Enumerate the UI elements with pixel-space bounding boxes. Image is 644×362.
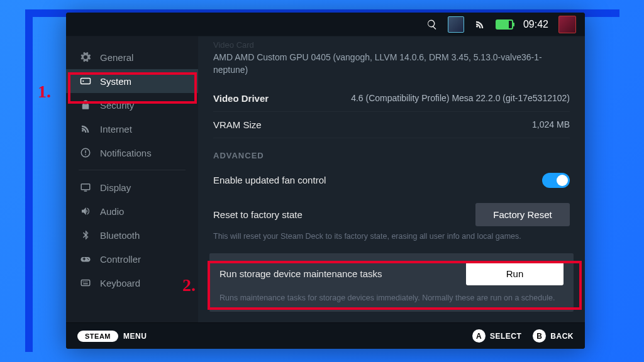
- display-icon: [80, 182, 91, 193]
- sidebar-item-controller[interactable]: Controller: [66, 247, 198, 271]
- lock-icon: [80, 99, 91, 111]
- sidebar-item-label: Internet: [100, 124, 132, 134]
- sidebar-item-security[interactable]: Security: [66, 93, 198, 117]
- svg-rect-8: [83, 282, 84, 283]
- sidebar-item-label: Keyboard: [100, 278, 140, 288]
- bluetooth-icon: [80, 229, 91, 241]
- fan-control-label: Enable updated fan control: [213, 175, 326, 185]
- back-label: BACK: [550, 332, 574, 341]
- sidebar-item-general[interactable]: General: [66, 45, 198, 69]
- svg-rect-10: [87, 282, 88, 283]
- sidebar-item-display[interactable]: Display: [66, 175, 198, 199]
- svg-rect-5: [81, 184, 90, 190]
- vram-label: VRAM Size: [213, 119, 262, 130]
- b-button-icon: B: [533, 329, 546, 343]
- svg-rect-6: [84, 190, 87, 192]
- sidebar-item-system[interactable]: System: [66, 69, 198, 93]
- svg-rect-7: [81, 280, 90, 286]
- friends-avatar[interactable]: [448, 16, 464, 33]
- sidebar-item-bluetooth[interactable]: Bluetooth: [66, 223, 198, 247]
- factory-reset-button[interactable]: Factory Reset: [475, 203, 570, 226]
- annotation-step1-number: 1.: [38, 82, 51, 102]
- wifi-icon: [80, 123, 91, 134]
- status-bar: 09:42: [66, 13, 585, 36]
- settings-sidebar: General System Security Internet Notific…: [66, 36, 198, 322]
- a-button-icon: A: [472, 329, 486, 343]
- sidebar-item-internet[interactable]: Internet: [66, 117, 198, 141]
- gear-icon: [80, 52, 91, 63]
- svg-rect-11: [83, 283, 88, 285]
- settings-window: 09:42 General System Security Internet: [66, 13, 585, 349]
- select-hint: A SELECT: [472, 329, 521, 343]
- steam-menu-hint[interactable]: STEAM MENU: [77, 331, 147, 342]
- cast-icon[interactable]: [474, 19, 486, 30]
- vram-value: 1,024 MB: [532, 119, 570, 129]
- sidebar-item-keyboard[interactable]: Keyboard: [66, 271, 198, 295]
- steam-pill: STEAM: [77, 331, 118, 342]
- vram-row: VRAM Size 1,024 MB: [213, 112, 570, 138]
- bottom-bar: STEAM MENU A SELECT B BACK: [66, 322, 585, 349]
- svg-point-1: [82, 80, 84, 82]
- sidebar-item-notifications[interactable]: Notifications: [66, 141, 198, 165]
- bell-icon: [80, 147, 91, 158]
- advanced-section-title: ADVANCED: [213, 138, 570, 165]
- search-icon[interactable]: [426, 19, 438, 30]
- maintenance-desc: Runs maintenance tasks for storage devic…: [219, 290, 564, 304]
- svg-rect-3: [85, 150, 86, 153]
- fan-control-toggle[interactable]: [542, 173, 570, 188]
- sidebar-item-label: System: [100, 76, 131, 87]
- sidebar-item-label: Controller: [100, 254, 141, 265]
- keyboard-icon: [80, 277, 91, 288]
- video-driver-value: 4.6 (Compatibility Profile) Mesa 22.2.0 …: [351, 93, 570, 103]
- controller-icon: [80, 253, 91, 265]
- video-driver-row: Video Driver 4.6 (Compatibility Profile)…: [213, 85, 570, 112]
- svg-rect-0: [81, 79, 91, 84]
- clock: 09:42: [523, 19, 548, 30]
- video-driver-label: Video Driver: [213, 93, 269, 104]
- user-avatar[interactable]: [558, 16, 576, 33]
- maintenance-run-button[interactable]: Run: [466, 262, 564, 285]
- back-hint: B BACK: [533, 329, 574, 343]
- sidebar-item-label: Notifications: [100, 148, 152, 158]
- sidebar-divider: [79, 170, 186, 170]
- system-icon: [80, 75, 91, 87]
- audio-icon: [80, 206, 91, 217]
- battery-indicator: [496, 19, 513, 30]
- maintenance-panel: Run storage device maintenance tasks Run…: [209, 253, 574, 312]
- sidebar-item-label: Audio: [100, 206, 124, 217]
- sidebar-item-label: Bluetooth: [100, 230, 140, 241]
- factory-reset-row: Reset to factory state Factory Reset: [213, 195, 570, 229]
- menu-label: MENU: [123, 332, 147, 341]
- sidebar-item-label: General: [100, 52, 133, 63]
- maintenance-label: Run storage device maintenance tasks: [219, 268, 382, 279]
- svg-rect-9: [85, 282, 86, 283]
- settings-content: Video Card AMD AMD Custom GPU 0405 (vang…: [198, 36, 585, 322]
- sidebar-item-audio[interactable]: Audio: [66, 199, 198, 223]
- sidebar-item-label: Display: [100, 182, 131, 193]
- video-card-value: AMD AMD Custom GPU 0405 (vangogh, LLVM 1…: [213, 51, 570, 77]
- select-label: SELECT: [490, 332, 521, 341]
- factory-reset-desc: This will reset your Steam Deck to its f…: [213, 229, 570, 251]
- factory-reset-label: Reset to factory state: [213, 209, 303, 220]
- svg-rect-4: [85, 154, 86, 155]
- fan-control-row: Enable updated fan control: [213, 165, 570, 195]
- sidebar-item-label: Security: [100, 100, 134, 111]
- video-card-label: Video Card: [213, 36, 570, 50]
